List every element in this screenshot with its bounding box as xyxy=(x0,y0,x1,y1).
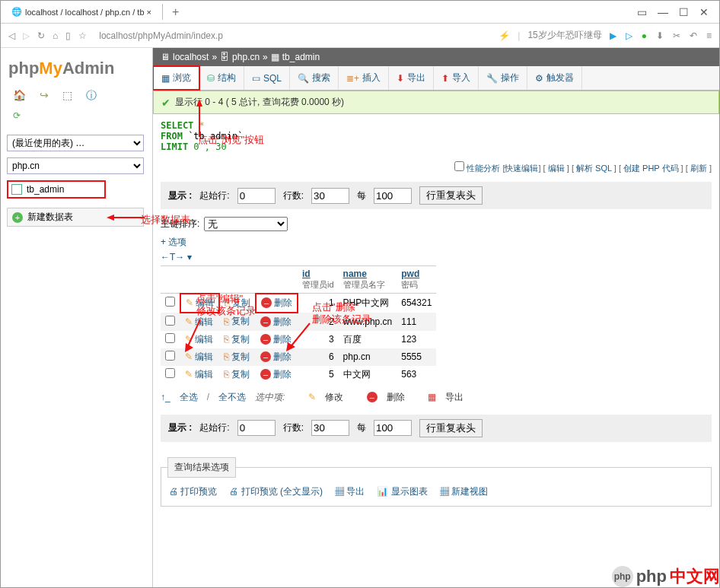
pk-sort-select[interactable]: 无 xyxy=(204,217,288,231)
svg-line-6 xyxy=(289,323,310,348)
arrow-down-icon[interactable]: ⬇ xyxy=(656,30,664,41)
row-checkbox[interactable] xyxy=(165,316,175,326)
svg-marker-1 xyxy=(107,215,114,221)
edit-link[interactable]: 编辑 xyxy=(548,164,565,173)
start-row-input-b[interactable] xyxy=(237,420,276,436)
start-row-input[interactable] xyxy=(237,188,276,204)
create-view-link[interactable]: 新建视图 xyxy=(451,486,488,497)
tab-triggers[interactable]: ⚙触发器 xyxy=(527,66,582,90)
row-checkbox[interactable] xyxy=(165,297,175,307)
back-icon[interactable]: ◁ xyxy=(8,30,15,41)
php-link[interactable]: 创建 PHP 代码 xyxy=(623,164,679,173)
show-chart-link[interactable]: 显示图表 xyxy=(391,486,428,497)
print-full-link[interactable]: 打印预览 (全文显示) xyxy=(241,486,323,497)
copy-row-link[interactable]: ⎘ 复制 xyxy=(224,368,250,381)
refresh-link[interactable]: 刷新 xyxy=(690,164,707,173)
rows-input[interactable] xyxy=(311,188,349,204)
recent-tables-select[interactable]: (最近使用的表) … xyxy=(7,135,144,151)
profiling-checkbox[interactable] xyxy=(454,161,464,171)
options-link[interactable]: + 选项 xyxy=(153,234,719,250)
delete-row-link[interactable]: – 删除 xyxy=(260,368,292,381)
url-bar[interactable]: localhost/phpMyAdmin/index.p xyxy=(94,30,491,41)
row-checkbox[interactable] xyxy=(165,368,175,378)
headline[interactable]: 15岁少年恐吓继母 xyxy=(527,29,601,42)
explain-link[interactable]: 解析 SQL xyxy=(576,164,612,173)
export-icon: ▦ xyxy=(428,392,436,402)
minimize-icon[interactable]: — xyxy=(658,6,668,18)
bulk-delete-link[interactable]: 删除 xyxy=(387,391,405,404)
maximize-icon[interactable]: ☐ xyxy=(679,6,689,18)
export-icon: ⬇ xyxy=(397,73,404,84)
exit-icon[interactable]: ↪ xyxy=(40,89,49,103)
menu-icon[interactable]: ≡ xyxy=(706,30,712,41)
tab-import[interactable]: ⬆导入 xyxy=(434,66,479,90)
check-icon: ✔ xyxy=(161,97,170,109)
col-pwd: pwd密码 xyxy=(397,266,436,294)
copy-row-link[interactable]: ⎘ 复制 xyxy=(224,333,250,346)
print-icon: 🖨 xyxy=(229,486,238,497)
tab-browse[interactable]: ▦浏览 xyxy=(153,65,200,91)
arrow-icon xyxy=(181,316,204,354)
display-controls-bottom: 显示 : 起始行: 行数: 每 行重复表头 xyxy=(161,415,712,442)
delete-row-link[interactable]: – 删除 xyxy=(261,297,292,310)
help-icon[interactable]: ⓘ xyxy=(86,89,97,103)
results-panel: 查询结果选项 🖨 打印预览 🖨 打印预览 (全文显示) ▦ 导出 📊 显示图表 … xyxy=(161,457,712,507)
repeat-header-button[interactable]: 行重复表头 xyxy=(419,186,483,205)
new-tab-button[interactable]: + xyxy=(163,2,188,22)
print-preview-link[interactable]: 打印预览 xyxy=(180,486,217,497)
repeat-header-button-b[interactable]: 行重复表头 xyxy=(419,419,483,437)
database-select[interactable]: php.cn xyxy=(7,157,144,174)
flash-icon[interactable]: ⚡ xyxy=(499,30,510,41)
download-icon[interactable]: ▶ xyxy=(610,30,616,41)
home-icon[interactable]: 🏠 xyxy=(13,89,26,103)
pencil-icon: ✎ xyxy=(308,392,316,402)
tab-sql[interactable]: ▭SQL xyxy=(244,66,290,90)
wechat-icon[interactable]: ● xyxy=(642,30,647,41)
table-tb-admin[interactable]: tb_admin xyxy=(7,180,106,199)
breadcrumb-host[interactable]: localhost xyxy=(173,52,209,62)
inline-edit-link[interactable]: 快速编辑 xyxy=(505,164,538,173)
unselect-all-link[interactable]: 全不选 xyxy=(218,391,246,404)
scissors-icon[interactable]: ✂ xyxy=(673,30,680,41)
play-icon[interactable]: ▷ xyxy=(626,30,632,41)
browse-icon: ▦ xyxy=(161,73,170,84)
globe-icon: 🌐 xyxy=(11,7,22,17)
tab-insert[interactable]: ≣+插入 xyxy=(339,66,389,90)
bulk-actions: ↑_ 全选 / 全不选 选中项: ✎ 修改 – 删除 ▦ 导出 xyxy=(153,385,719,410)
tab-structure[interactable]: ⛁结构 xyxy=(199,66,244,90)
close-icon[interactable]: ✕ xyxy=(699,6,709,18)
tab-export[interactable]: ⬇导出 xyxy=(389,66,434,90)
success-message: ✔ 显示行 0 - 4 ( 5 总计, 查询花费 0.0000 秒) xyxy=(153,91,719,114)
watermark: php php中文网 xyxy=(612,565,720,588)
breadcrumb-table[interactable]: tb_admin xyxy=(282,52,320,62)
tab-search[interactable]: 🔍搜索 xyxy=(290,66,339,90)
star-icon[interactable]: ☆ xyxy=(78,30,87,41)
select-all-link[interactable]: 全选 xyxy=(180,391,198,404)
browser-tab[interactable]: 🌐 localhost / localhost / php.cn / tb × xyxy=(1,4,163,20)
sql-icon[interactable]: ⬚ xyxy=(62,89,72,103)
tab-operations[interactable]: 🔧操作 xyxy=(479,66,527,90)
bookmark-icon[interactable]: ▯ xyxy=(65,30,71,41)
forward-icon[interactable]: ▷ xyxy=(23,30,30,41)
layout-toggle[interactable]: ←T→ ▾ xyxy=(153,250,719,264)
edit-row-link[interactable]: ✎ 编辑 xyxy=(185,368,213,381)
bulk-modify-link[interactable]: 修改 xyxy=(325,391,343,404)
widget-icon[interactable]: ▭ xyxy=(637,6,647,18)
copy-row-link[interactable]: ⎘ 复制 xyxy=(224,351,250,364)
breadcrumb-db[interactable]: php.cn xyxy=(232,52,260,62)
bulk-export-link[interactable]: 导出 xyxy=(445,391,464,404)
cell-id: 5 xyxy=(298,366,339,383)
home-icon[interactable]: ⌂ xyxy=(53,30,58,41)
server-icon: 🖥 xyxy=(161,52,170,62)
row-checkbox[interactable] xyxy=(165,333,175,343)
rows-input-b[interactable] xyxy=(311,420,349,436)
undo-icon[interactable]: ↶ xyxy=(690,30,697,41)
reload-icon[interactable]: ↻ xyxy=(37,30,45,41)
export-link[interactable]: 导出 xyxy=(346,486,365,497)
cell-name: 中文网 xyxy=(339,366,397,383)
per-input[interactable] xyxy=(374,188,412,204)
row-checkbox[interactable] xyxy=(165,351,175,361)
search-icon: 🔍 xyxy=(298,73,309,84)
reload-icon[interactable]: ⟳ xyxy=(13,110,21,121)
per-input-b[interactable] xyxy=(374,420,412,436)
